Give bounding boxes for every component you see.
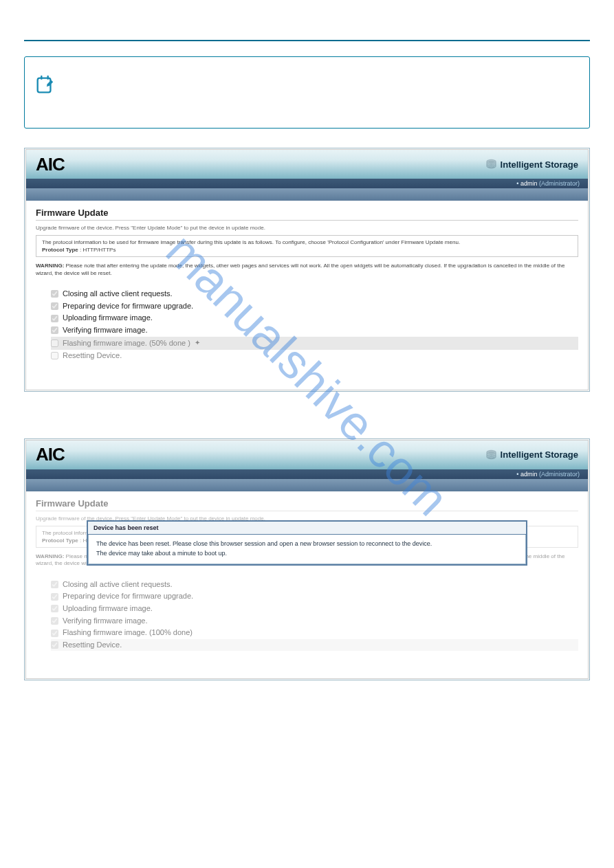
nav-bar[interactable] (26, 188, 588, 201)
note-icon (34, 75, 55, 96)
dialog-title: Device has been reset (88, 522, 526, 535)
warning-text: WARNING: Please note that after entering… (36, 263, 578, 277)
brand: ⛃ Intelligent Storage (486, 447, 578, 463)
step-uploading: Uploading firmware image. (51, 312, 578, 324)
note-box (24, 56, 590, 129)
user-role: (Administrator) (539, 180, 580, 187)
step-resetting: Resetting Device. (51, 350, 578, 362)
user-role: (Administrator) (539, 471, 580, 478)
header-divider (24, 40, 590, 41)
step-preparing: Preparing device for firmware upgrade. (51, 590, 578, 603)
brand: ⛃ Intelligent Storage (486, 157, 578, 172)
step-checkbox (51, 340, 58, 347)
step-checkbox (51, 315, 58, 322)
step-checkbox (51, 352, 58, 359)
screenshot-firmware-reset-dialog: AIC ⛃ Intelligent Storage • admin (Admin… (24, 438, 590, 681)
dialog-body: The device has been reset. Please close … (88, 535, 526, 564)
page-subtitle: Upgrade firmware of the device. Press "E… (36, 225, 578, 231)
step-closing: Closing all active client requests. (51, 288, 578, 300)
progress-steps: Closing all active client requests. Prep… (51, 288, 578, 362)
protocol-info-box: The protocol information to be used for … (36, 235, 578, 257)
step-checkbox (51, 617, 58, 625)
nav-bar[interactable] (26, 479, 588, 491)
username[interactable]: admin (520, 180, 538, 187)
storage-icon: ⛃ (486, 157, 496, 172)
step-checkbox (51, 581, 58, 588)
logo: AIC (36, 154, 65, 175)
app-header: AIC ⛃ Intelligent Storage (26, 441, 588, 469)
step-flashing: Flashing firmware image. (100% done) (51, 627, 578, 639)
step-checkbox (51, 641, 58, 649)
user-bar: • admin (Administrator) (26, 469, 588, 479)
user-bar: • admin (Administrator) (26, 179, 588, 188)
step-checkbox (51, 605, 58, 612)
step-checkbox (51, 326, 58, 334)
step-checkbox (51, 290, 58, 298)
username[interactable]: admin (520, 471, 538, 478)
reset-dialog: Device has been reset The device has bee… (87, 520, 527, 566)
step-uploading: Uploading firmware image. (51, 603, 578, 615)
storage-icon: ⛃ (486, 447, 496, 463)
step-verifying: Verifying firmware image. (51, 615, 578, 627)
logo: AIC (36, 444, 65, 465)
busy-icon: ✦ (195, 337, 200, 348)
step-flashing: Flashing firmware image. (50% done ) ✦ (51, 337, 578, 350)
screenshot-firmware-flashing: AIC ⛃ Intelligent Storage • admin (Admin… (24, 148, 590, 392)
page-title: Firmware Update (36, 498, 578, 511)
progress-steps: Closing all active client requests. Prep… (51, 579, 578, 652)
step-resetting: Resetting Device. (51, 639, 578, 652)
step-checkbox (51, 302, 58, 310)
step-checkbox (51, 593, 58, 601)
step-preparing: Preparing device for firmware upgrade. (51, 300, 578, 313)
step-checkbox (51, 630, 58, 637)
step-verifying: Verifying firmware image. (51, 324, 578, 337)
page-title: Firmware Update (36, 208, 578, 221)
app-header: AIC ⛃ Intelligent Storage (26, 150, 588, 179)
step-closing: Closing all active client requests. (51, 579, 578, 591)
